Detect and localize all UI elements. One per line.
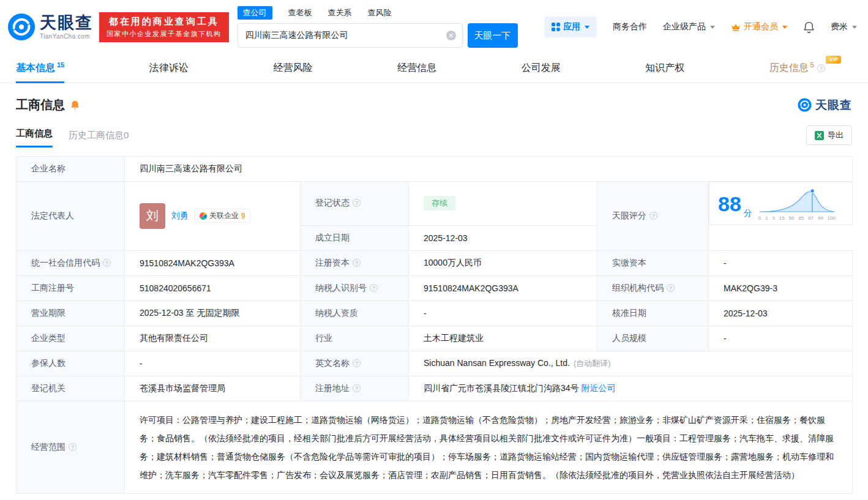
score-axis-labels: 0131550859799100	[758, 215, 836, 221]
tab-intellectual-property[interactable]: 知识产权	[645, 54, 684, 83]
table-row: 登记机关 苍溪县市场监督管理局 注册地址? 四川省广元市苍溪县陵江镇北门沟路34…	[17, 376, 853, 401]
tab-company-development[interactable]: 公司发展	[522, 54, 561, 83]
bell-icon	[803, 21, 815, 33]
tab-history-info-label: 历史信息	[769, 62, 809, 75]
help-icon[interactable]: ?	[370, 284, 378, 292]
tianyancha-watermark: 天眼查	[798, 97, 852, 113]
avatar[interactable]: 刘	[140, 203, 165, 229]
promo-banner: 都在用的商业查询工具 国家中小企业发展子基金旗下机构	[99, 12, 229, 42]
field-value-taxpayer-no: 91510824MAK2QG393A	[409, 275, 597, 300]
table-row: 工商注册号 510824020656671 纳税人识别号? 91510824MA…	[17, 275, 853, 300]
subtab-history-business-info[interactable]: 历史工商信息0	[69, 130, 129, 147]
related-companies-tag[interactable]: 关联企业 9	[195, 209, 250, 223]
tianyancha-logo[interactable]: 天眼查 TianYanCha.com	[7, 13, 93, 41]
search-button[interactable]: 天眼一下	[468, 23, 518, 48]
field-label-score: 天眼评分?	[597, 182, 709, 251]
related-companies-icon	[200, 212, 207, 220]
help-icon[interactable]: ?	[69, 443, 77, 451]
tab-business-info[interactable]: 经营信息	[397, 54, 436, 83]
enterprise-product-menu[interactable]: 企业级产品	[663, 21, 715, 32]
clear-search-icon[interactable]: ✕	[446, 31, 456, 40]
field-label-scope: 经营范围?	[17, 401, 125, 493]
table-row: 经营范围? 许可项目：公路管理与养护；建设工程施工；道路货物运输（网络货运）；道…	[17, 401, 853, 493]
help-icon[interactable]: ?	[817, 64, 825, 72]
subscribe-bell-icon[interactable]	[70, 100, 80, 111]
search-tab-company[interactable]: 查公司	[238, 6, 272, 20]
business-cooperation-menu[interactable]: 商务合作	[613, 21, 647, 32]
watermark-brand-text: 天眼查	[815, 97, 852, 113]
subtab-current-business-info[interactable]: 工商信息	[16, 128, 53, 147]
chevron-down-icon	[852, 26, 857, 29]
help-icon[interactable]: ?	[353, 359, 361, 367]
related-companies-label: 关联企业	[209, 211, 239, 221]
field-label-taxpayer-quality: 纳税人资质	[301, 300, 409, 326]
table-row: 统一社会信用代码? 91510824MAK2QG393A 注册资本? 10000…	[17, 250, 853, 275]
open-vip-menu[interactable]: 开通会员	[731, 21, 787, 32]
crown-icon	[731, 23, 741, 31]
field-value-scope: 许可项目：公路管理与养护；建设工程施工；道路货物运输（网络货运）；道路货物运输（…	[125, 401, 853, 493]
field-label-company-type: 企业类型	[17, 326, 125, 351]
tab-legal-proceedings[interactable]: 法律诉讼	[149, 54, 189, 83]
help-icon[interactable]: ?	[103, 259, 111, 267]
tab-operational-risk[interactable]: 经营风险	[273, 54, 312, 83]
field-label-address: 注册地址?	[301, 376, 409, 401]
tab-legal-proceedings-label: 法律诉讼	[149, 62, 189, 75]
score-distribution-chart: 0131550859799100	[758, 186, 836, 221]
brand-name: 天眼查	[40, 15, 93, 31]
field-value-staff: -	[709, 326, 853, 351]
field-label-en-name: 英文名称?	[301, 351, 409, 376]
table-row: 参保人数 - 英文名称? Sichuan Nansan Expressway C…	[17, 351, 853, 376]
tab-basic-info-label: 基本信息	[16, 62, 55, 75]
user-menu[interactable]: 费米	[831, 21, 857, 32]
help-icon[interactable]: ?	[353, 259, 361, 267]
field-value-score: 88 分 0131550859799100	[709, 182, 853, 225]
search-tab-relation[interactable]: 查关系	[328, 6, 352, 20]
field-value-legal-rep: 刘 刘勇 关联企业 9	[125, 182, 301, 251]
field-label-staff: 人员规模	[597, 326, 709, 351]
field-label-term: 营业期限	[17, 300, 125, 326]
field-label-legal-rep: 法定代表人	[17, 182, 125, 251]
status-badge: 存续	[424, 196, 455, 211]
field-value-company-type: 其他有限责任公司	[125, 326, 301, 351]
chevron-down-icon	[782, 26, 787, 29]
apps-menu[interactable]: 应用	[544, 17, 597, 37]
search-tab-boss[interactable]: 查老板	[288, 6, 312, 20]
tab-basic-info-count: 15	[57, 61, 64, 69]
tianyancha-logo-icon	[798, 98, 812, 112]
help-icon[interactable]: ?	[353, 199, 361, 207]
help-icon[interactable]: ?	[353, 384, 361, 392]
tab-intellectual-property-label: 知识产权	[645, 62, 684, 75]
help-icon[interactable]: ?	[649, 212, 657, 220]
promo-banner-line2: 国家中小企业发展子基金旗下机构	[107, 29, 222, 39]
nearby-companies-link[interactable]: 附近公司	[581, 383, 615, 393]
legal-rep-link[interactable]: 刘勇	[171, 211, 189, 222]
field-label-reg-no: 工商注册号	[17, 275, 125, 300]
apps-menu-label: 应用	[563, 21, 580, 32]
field-value-industry: 土木工程建筑业	[409, 326, 597, 351]
field-value-approved: 2025-12-03	[709, 300, 853, 326]
field-value-term: 2025-12-03 至 无固定期限	[125, 300, 301, 326]
search-tab-risk[interactable]: 查风险	[368, 6, 392, 20]
related-companies-count: 9	[241, 212, 245, 220]
tab-basic-info[interactable]: 基本信息 15	[16, 54, 64, 83]
export-button[interactable]: 导出	[806, 125, 852, 145]
table-row: 企业类型 其他有限责任公司 行业 土木工程建筑业 人员规模 -	[17, 326, 853, 351]
tab-history-info[interactable]: 历史信息 5 ? VIP	[769, 54, 831, 83]
score-value: 88	[718, 193, 741, 214]
top-menu: 应用 商务合作 企业级产品 开通会员 费米	[544, 17, 857, 37]
field-value-reg-no: 510824020656671	[125, 275, 301, 300]
field-value-reg-capital: 10000万人民币	[409, 250, 597, 275]
tab-operational-risk-label: 经营风险	[273, 62, 312, 75]
tab-history-info-count: 5	[810, 61, 814, 69]
notifications[interactable]	[803, 21, 815, 33]
field-label-authority: 登记机关	[17, 376, 125, 401]
field-value-en-name: Sichuan Nansan Expressway Co., Ltd.(自动翻译…	[409, 351, 853, 376]
company-nav-tabs: 基本信息 15 法律诉讼 经营风险 经营信息 公司发展 知识产权 历史信息 5 …	[0, 54, 868, 83]
help-icon[interactable]: ?	[667, 284, 675, 292]
search-input[interactable]	[245, 31, 443, 40]
field-value-address: 四川省广元市苍溪县陵江镇北门沟路34号 附近公司	[409, 376, 853, 401]
field-value-org-code: MAK2QG39-3	[709, 275, 853, 300]
search-tabs: 查公司 查老板 查关系 查风险	[238, 6, 518, 20]
field-value-authority: 苍溪县市场监督管理局	[125, 376, 301, 401]
top-bar: 天眼查 TianYanCha.com 都在用的商业查询工具 国家中小企业发展子基…	[0, 0, 868, 54]
